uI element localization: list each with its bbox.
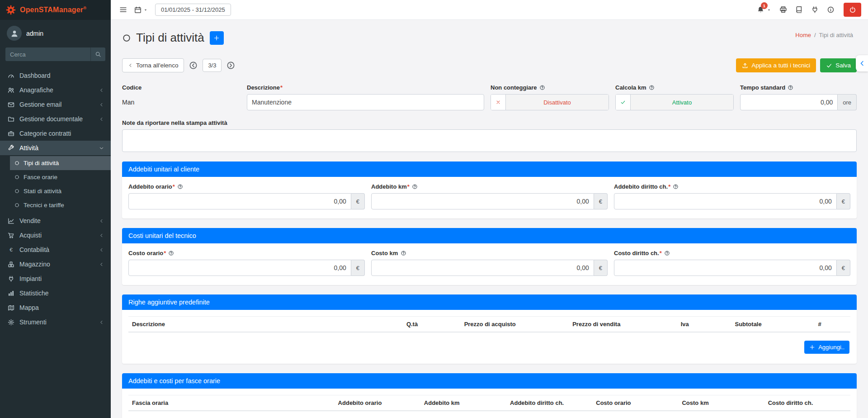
help-icon[interactable] bbox=[649, 85, 655, 90]
costo-orario-input[interactable] bbox=[128, 260, 351, 276]
search-button[interactable] bbox=[90, 48, 105, 61]
next-record-button[interactable] bbox=[226, 61, 235, 70]
manual-button[interactable] bbox=[795, 6, 803, 14]
search-input[interactable] bbox=[5, 48, 90, 61]
tools-icon bbox=[7, 319, 15, 326]
sidebar-subitem-tipi-di-attivita[interactable]: Tipi di attività bbox=[10, 156, 111, 170]
non-conteggiare-toggle[interactable]: Disattivato bbox=[491, 94, 609, 110]
sidebar-item-mappa[interactable]: Mappa bbox=[0, 300, 111, 315]
caret-down-icon bbox=[143, 8, 148, 12]
circle-icon bbox=[14, 203, 19, 208]
sidebar-item-attivita[interactable]: Attività bbox=[0, 141, 111, 155]
sidebar: OpenSTAManager® admin DashboardAnagrafic… bbox=[0, 0, 111, 418]
svg-text:€: € bbox=[9, 247, 13, 252]
sidebar-item-gestione-email[interactable]: Gestione email bbox=[0, 97, 111, 112]
sidebar-item-impianti[interactable]: Impianti bbox=[0, 271, 111, 286]
help-icon[interactable] bbox=[673, 184, 679, 190]
note-label: Note da riportare nella stampa attività bbox=[122, 119, 227, 126]
add-record-button[interactable] bbox=[210, 31, 224, 45]
toolbar-actions: Applica a tutti i tecnici Salva bbox=[736, 58, 857, 72]
sidebar-item-vendite[interactable]: Vendite bbox=[0, 214, 111, 228]
apply-all-label: Applica a tutti i tecnici bbox=[751, 62, 810, 69]
page-title: Tipi di attività bbox=[136, 31, 204, 45]
date-picker-button[interactable] bbox=[134, 6, 148, 14]
chevron-down-icon bbox=[99, 146, 104, 151]
help-icon[interactable] bbox=[168, 250, 174, 256]
tempo-standard-input[interactable] bbox=[740, 94, 838, 110]
addebito-diritto-input[interactable] bbox=[614, 193, 837, 209]
help-icon[interactable] bbox=[539, 85, 545, 90]
euro-addon: € bbox=[351, 260, 365, 276]
help-icon[interactable] bbox=[664, 250, 670, 256]
costo-diritto-input[interactable] bbox=[614, 260, 837, 276]
plugin-button[interactable] bbox=[811, 6, 819, 14]
addebito-km-input[interactable] bbox=[371, 193, 594, 209]
card-righe: Righe aggiuntive predefinite Descrizione… bbox=[122, 294, 857, 364]
brand-gear-icon bbox=[6, 5, 16, 15]
righe-table: Descrizione Q.tà Prezzo di acquisto Prez… bbox=[128, 316, 850, 336]
chevron-left-icon bbox=[99, 262, 104, 267]
caret-down-icon bbox=[767, 8, 771, 12]
hamburger-icon[interactable] bbox=[119, 6, 127, 14]
help-icon[interactable] bbox=[177, 184, 183, 190]
sidebar-item-gestione-documentale[interactable]: Gestione documentale bbox=[0, 112, 111, 126]
save-button[interactable]: Salva bbox=[820, 58, 857, 72]
sidebar-item-statistiche[interactable]: Statistiche bbox=[0, 286, 111, 300]
notifications-button[interactable]: 1 bbox=[757, 6, 771, 14]
sidebar-item-dashboard[interactable]: Dashboard bbox=[0, 68, 111, 83]
chart-icon bbox=[7, 218, 15, 224]
sidebar-subitem-tecnici-e-tariffe[interactable]: Tecnici e tariffe bbox=[10, 198, 111, 212]
logout-button[interactable] bbox=[844, 3, 861, 17]
card-costi: Costi unitari del tecnico Costo orario* … bbox=[122, 228, 857, 285]
sidebar-search bbox=[5, 48, 105, 61]
app-window: OpenSTAManager® admin DashboardAnagrafic… bbox=[0, 0, 868, 418]
sidebar-submenu-attivita: Tipi di attivitàFasce orarieStati di att… bbox=[0, 155, 111, 214]
note-textarea[interactable] bbox=[122, 129, 857, 152]
card-addebiti-title: Addebiti unitari al cliente bbox=[122, 162, 857, 177]
top-navbar: 01/01/2025 - 31/12/2025 1 bbox=[111, 0, 868, 20]
print-button[interactable] bbox=[779, 6, 787, 14]
calcola-km-toggle[interactable]: Attivato bbox=[615, 94, 734, 110]
help-icon[interactable] bbox=[788, 85, 793, 90]
date-range[interactable]: 01/01/2025 - 31/12/2025 bbox=[155, 4, 231, 16]
back-to-list-button[interactable]: Torna all'elenco bbox=[122, 58, 184, 72]
sidebar-subitem-fasce-orarie[interactable]: Fasce orarie bbox=[10, 170, 111, 184]
field-calcola-km: Calcola km Attivato bbox=[615, 84, 734, 110]
field-tempo-standard: Tempo standard ore bbox=[740, 84, 857, 110]
add-row-button[interactable]: Aggiungi.. bbox=[804, 341, 849, 354]
x-icon bbox=[495, 100, 501, 105]
card-addebiti: Addebiti unitari al cliente Addebito ora… bbox=[122, 162, 857, 218]
side-panel-toggle[interactable] bbox=[856, 55, 868, 71]
field-addebito-orario: Addebito orario* € bbox=[128, 183, 365, 209]
help-icon[interactable] bbox=[412, 184, 418, 190]
user-panel: admin bbox=[0, 20, 111, 45]
addebito-orario-input[interactable] bbox=[128, 193, 351, 209]
sidebar-subitem-stati-di-attivita[interactable]: Stati di attività bbox=[10, 184, 111, 198]
map-icon bbox=[7, 304, 15, 311]
previous-record-button[interactable] bbox=[189, 61, 198, 70]
chevron-left-icon bbox=[99, 233, 104, 238]
apply-all-technicians-button[interactable]: Applica a tutti i tecnici bbox=[736, 58, 816, 72]
sidebar-item-anagrafiche[interactable]: Anagrafiche bbox=[0, 83, 111, 97]
euro-addon: € bbox=[594, 193, 608, 209]
sidebar-item-magazzino[interactable]: Magazzino bbox=[0, 257, 111, 271]
main-form: Codice Man Descrizione* Non conteggiare … bbox=[122, 84, 857, 110]
card-fasce: Addebiti e costi per fasce orarie Fascia… bbox=[122, 373, 857, 418]
chevron-left-icon bbox=[99, 102, 104, 107]
info-button[interactable] bbox=[827, 6, 835, 14]
costo-km-input[interactable] bbox=[371, 260, 594, 276]
field-note: Note da riportare nella stampa attività bbox=[122, 119, 857, 152]
help-icon[interactable] bbox=[401, 250, 406, 256]
descrizione-input[interactable] bbox=[247, 94, 484, 110]
navbar-actions: 1 bbox=[757, 3, 861, 17]
sidebar-item-contabilita[interactable]: €Contabilità bbox=[0, 242, 111, 257]
sidebar-item-label: Mappa bbox=[19, 304, 39, 311]
title-row: Tipi di attività Home / Tipi di attività bbox=[122, 31, 857, 45]
breadcrumb: Home / Tipi di attività bbox=[795, 32, 853, 38]
sidebar-item-strumenti[interactable]: Strumenti bbox=[0, 315, 111, 329]
brand[interactable]: OpenSTAManager® bbox=[0, 0, 111, 20]
column-header-prezzo-acquisto: Prezzo di acquisto bbox=[461, 317, 569, 332]
sidebar-item-acquisti[interactable]: Acquisti bbox=[0, 228, 111, 242]
breadcrumb-home[interactable]: Home bbox=[795, 32, 811, 38]
sidebar-item-categorie-contratti[interactable]: Categorie contratti bbox=[0, 126, 111, 141]
